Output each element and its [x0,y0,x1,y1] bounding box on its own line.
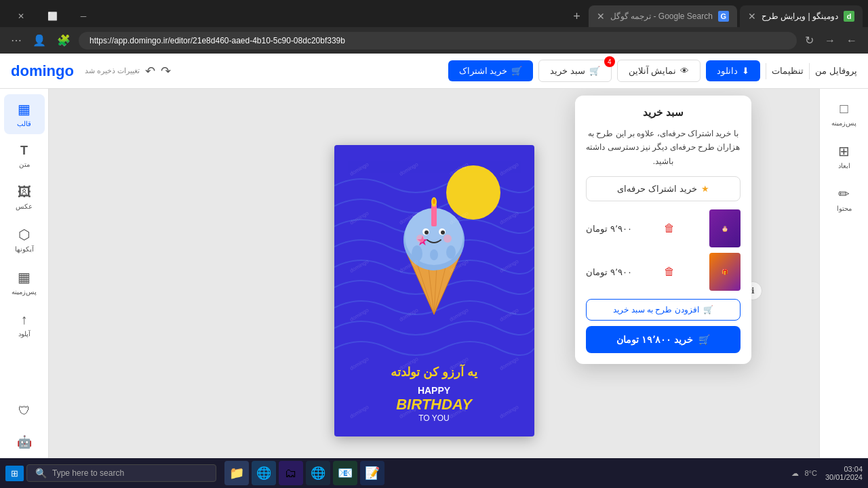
close-button[interactable]: ✕ [5,6,37,26]
date-display: 30/01/2024 [825,473,863,481]
cart-item-thumb-2: 🎁 [709,253,741,291]
sidebar-item-content[interactable]: ✏ محتوا [824,179,865,219]
svg-point-17 [425,230,429,235]
sidebar-item-dimensions[interactable]: ⊞ ابعاد [824,136,865,176]
download-button[interactable]: ⬇ دانلود [706,60,760,81]
cart-item-thumb-1: 🎂 [709,209,741,247]
sidebar-item-icons[interactable]: ⬡ آیکونها [4,220,45,260]
bg-label: پس‌زمینه [12,288,37,296]
birthday-text: BIRTHDAY [334,396,534,413]
address-bar[interactable]: https://app.domingo.ir/editor/21e8d460-a… [79,32,797,49]
dimensions-icon: ⊞ [838,143,850,159]
taskbar-app-store[interactable]: 🗂 [279,461,303,485]
photo-icon: 🖼 [18,184,31,200]
active-tab[interactable]: d دومینگو | ویرایش طرح ✕ [740,5,863,27]
windows-icon: ⊞ [11,468,18,479]
delete-item-1-icon[interactable]: 🗑 [664,222,675,235]
right-sidebar: ▦ قالب T متن 🖼 عکس ⬡ آیکونها ▦ پس‌زمینه … [0,89,49,488]
svg-point-9 [430,249,438,260]
cart-button[interactable]: 🛒 سبد خرید 4 [538,60,612,82]
content-label: محتوا [837,205,852,212]
buy-now-button[interactable]: 🛒 خرید ۱۹٬۸۰۰ تومان [586,326,741,353]
profile-menu[interactable]: پروفایل من [815,66,857,76]
taskbar-search[interactable]: 🔍 Type here to search [26,464,216,482]
sidebar-item-ai[interactable]: 🤖 [4,428,45,456]
divider-2 [766,63,766,79]
search-icon: 🔍 [35,468,47,479]
profile-icon[interactable]: 👤 [30,31,49,49]
extensions-icon[interactable]: 🧩 [54,31,73,49]
start-button[interactable]: ⊞ [5,466,24,481]
card-text-bottom: یه آرزو کن تولدته HAPPY BIRTHDAY TO YOU [334,365,534,436]
cart-popup: سبد خرید با خرید اشتراک حرفه‌ای، علاوه ب… [575,96,751,364]
svg-rect-10 [431,206,437,226]
sidebar-item-text[interactable]: T متن [4,137,45,175]
tab-label-2: Google Search - ترجمه گوگل [610,12,713,21]
cart-popup-title: سبد خرید [586,106,741,119]
taskbar-app-word[interactable]: 📝 [360,461,384,485]
forward-button[interactable]: → [822,32,838,49]
sidebar-item-bg[interactable]: ▦ پس‌زمینه [4,262,45,302]
pro-subscription-button[interactable]: ★ خرید اشتراک حرفه‌ای [586,176,741,201]
buy-subscription-button[interactable]: 🛒 خرید اشتراک [448,60,534,81]
preview-button[interactable]: 👁 نمایش آنلاین [617,60,701,82]
sidebar-item-template[interactable]: ▦ قالب [4,94,45,134]
template-icon: ▦ [18,101,31,117]
text-icon: T [20,144,28,158]
tab-close-1[interactable]: ✕ [748,11,756,22]
more-options-icon[interactable]: ⋯ [8,31,24,49]
main-layout: □ پس‌زمینه ⊞ ابعاد ✏ محتوا [0,89,868,488]
settings-menu[interactable]: تنظیمات [772,66,804,76]
redo-button[interactable]: ↷ [161,64,171,79]
header-actions-right: ↷ ↶ تغییرات ذخیره شد domingo [11,62,171,80]
photo-label: عکس [16,203,33,210]
buy-cart-icon: 🛒 [698,334,710,345]
background-icon: □ [840,101,848,117]
new-tab-button[interactable]: + [568,7,586,26]
temperature: 8°C [804,469,816,477]
left-toolbar: □ پس‌زمینه ⊞ ابعاد ✏ محتوا [819,89,868,488]
taskbar-app-files[interactable]: 📁 [224,461,249,485]
svg-point-13 [433,199,435,204]
background-label: پس‌زمینه [831,119,856,127]
svg-point-8 [446,245,456,259]
maximize-button[interactable]: ⬜ [37,6,68,26]
taskbar-apps: 📁 🌐 🗂 🌐 📧 📝 [224,461,384,485]
taskbar-app-edge[interactable]: 🌐 [252,461,276,485]
undo-button[interactable]: ↶ [145,64,155,79]
tab-close-2[interactable]: ✕ [597,11,605,22]
app-container: پروفایل من تنظیمات ⬇ دانلود 👁 نمایش آنلا… [0,54,868,488]
back-button[interactable]: ← [844,32,860,49]
svg-point-20 [443,235,452,243]
add-to-cart-button[interactable]: 🛒 افزودن طرح به سبد خرید [586,299,741,321]
toyou-text: TO YOU [334,413,534,423]
delete-item-2-icon[interactable]: 🗑 [664,266,675,278]
sidebar-item-background[interactable]: □ پس‌زمینه [824,94,865,134]
refresh-button[interactable]: ↻ [802,31,816,49]
taskbar-right: ☁ 8°C 03:04 30/01/2024 [791,465,863,481]
inactive-tab[interactable]: G Google Search - ترجمه گوگل ✕ [589,5,737,27]
cart-item-2: 🎁 🗑 ۹٬۹۰۰ تومان [586,253,741,291]
canvas-card[interactable]: ★ [334,145,534,436]
dimensions-label: ابعاد [838,162,850,169]
sidebar-item-upload[interactable]: ↑ آپلود [4,305,45,344]
text-label: متن [19,161,30,168]
cart-badge: 4 [604,56,615,67]
tab-favicon-2: G [718,11,729,22]
eye-icon: 👁 [680,66,689,76]
ai-icon: 🤖 [17,434,32,449]
happy-text: HAPPY [334,385,534,396]
cart-item-price-1: ۹٬۹۰۰ تومان [586,224,632,234]
taskbar-app-mail[interactable]: 📧 [333,461,357,485]
cart-icon: 🛒 [589,66,600,76]
taskbar-app-chrome[interactable]: 🌐 [306,461,330,485]
sidebar-item-shield[interactable]: 🛡 [4,397,45,425]
minimize-button[interactable]: ─ [68,6,99,26]
persian-text: یه آرزو کن تولدته [334,365,534,380]
logo: domingo [11,62,74,80]
add-icon: 🛒 [703,305,713,314]
subscription-icon: 🛒 [511,66,522,76]
sidebar-item-photo[interactable]: 🖼 عکس [4,178,45,217]
browser-chrome: d دومینگو | ویرایش طرح ✕ G Google Search… [0,0,868,54]
icons-icon: ⬡ [18,226,30,243]
